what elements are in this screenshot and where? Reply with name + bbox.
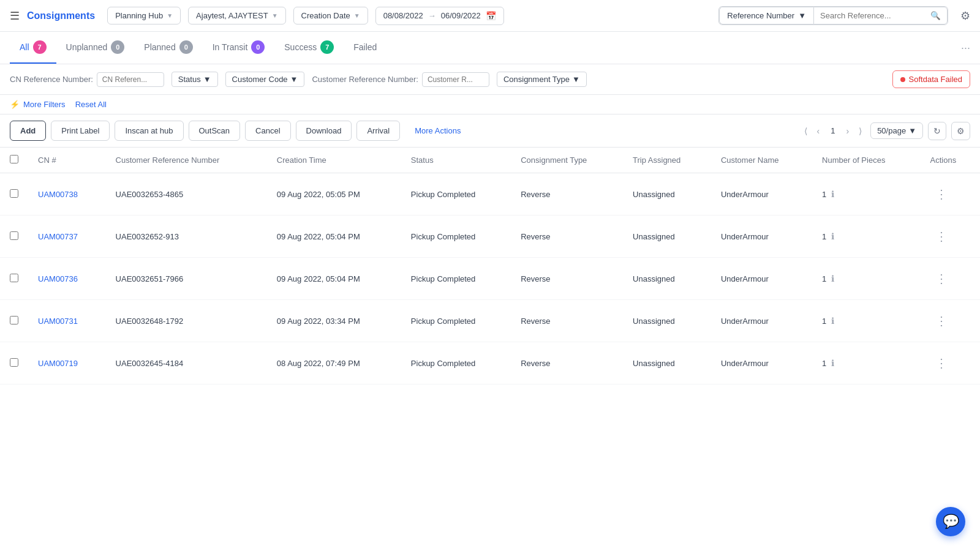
date-from: 08/08/2022 xyxy=(383,11,423,20)
reference-number-dropdown[interactable]: Reference Number ▼ xyxy=(719,7,813,24)
row-cn-num: UAM00719 xyxy=(28,342,106,384)
planning-hub-label: Planning Hub xyxy=(115,11,163,20)
search-button[interactable]: 🔍 xyxy=(924,7,947,24)
row-creation-time: 08 Aug 2022, 07:49 PM xyxy=(267,342,401,384)
cn-link[interactable]: UAM00737 xyxy=(38,232,78,241)
creation-date-label: Creation Date xyxy=(301,11,350,20)
print-label-text: Print Label xyxy=(61,126,99,135)
row-actions-menu-button[interactable]: ⋮ xyxy=(930,354,952,372)
user-chevron: ▼ xyxy=(272,12,278,19)
user-label: Ajaytest, AJAYTEST xyxy=(196,11,268,20)
row-actions-menu-button[interactable]: ⋮ xyxy=(930,312,952,329)
row-trip-assigned: Unassigned xyxy=(623,216,711,258)
last-page-button[interactable]: ⟩ xyxy=(855,124,865,138)
row-customer-name: UnderArmour xyxy=(711,216,812,258)
user-dropdown[interactable]: Ajaytest, AJAYTEST ▼ xyxy=(188,7,285,24)
tab-failed[interactable]: Failed xyxy=(344,34,386,62)
print-label-button[interactable]: Print Label xyxy=(51,121,110,141)
row-actions-menu-button[interactable]: ⋮ xyxy=(930,270,952,287)
row-checkbox[interactable] xyxy=(10,316,18,324)
cn-link[interactable]: UAM00731 xyxy=(38,317,78,326)
status-filter-label: Status xyxy=(178,75,201,84)
pieces-info-icon[interactable]: ℹ xyxy=(831,358,834,368)
cn-reference-label: CN Reference Number: xyxy=(10,75,93,84)
row-checkbox[interactable] xyxy=(10,274,18,282)
table-container: CN # Customer Reference Number Creation … xyxy=(0,148,980,384)
planning-hub-dropdown[interactable]: Planning Hub ▼ xyxy=(107,7,181,24)
pieces-info-icon[interactable]: ℹ xyxy=(831,189,834,199)
refresh-button[interactable]: ↻ xyxy=(928,122,946,140)
row-checkbox-cell[interactable] xyxy=(0,300,28,342)
consignment-type-filter-btn[interactable]: Consignment Type ▼ xyxy=(497,72,587,87)
cn-link[interactable]: UAM00719 xyxy=(38,359,78,368)
cancel-button[interactable]: Cancel xyxy=(245,121,290,141)
outscan-button[interactable]: OutScan xyxy=(189,121,241,141)
row-status: Pickup Completed xyxy=(401,173,511,216)
row-consignment-type: Reverse xyxy=(511,300,623,342)
add-label: Add xyxy=(20,126,36,135)
arrival-button[interactable]: Arrival xyxy=(356,121,400,141)
row-cn-num: UAM00736 xyxy=(28,258,106,300)
customer-reference-input[interactable] xyxy=(422,72,489,87)
row-trip-assigned: Unassigned xyxy=(623,173,711,216)
header-settings-icon[interactable]: ⚙ xyxy=(960,9,970,23)
row-cn-num: UAM00737 xyxy=(28,216,106,258)
col-settings-icon: ⚙ xyxy=(957,126,965,136)
select-all-header[interactable] xyxy=(0,148,28,173)
pagination-controls: ⟨ ‹ 1 › ⟩ xyxy=(801,124,866,138)
more-actions-button[interactable]: More Actions xyxy=(405,121,470,140)
col-header-creation-time: Creation Time xyxy=(267,148,401,173)
row-checkbox-cell[interactable] xyxy=(0,258,28,300)
col-header-customer-name: Customer Name xyxy=(711,148,812,173)
row-checkbox-cell[interactable] xyxy=(0,342,28,384)
pieces-info-icon[interactable]: ℹ xyxy=(831,231,834,241)
next-page-button[interactable]: › xyxy=(842,124,853,138)
pieces-info-icon[interactable]: ℹ xyxy=(831,316,834,326)
tab-unplanned[interactable]: Unplanned 0 xyxy=(56,32,135,64)
cn-link[interactable]: UAM00736 xyxy=(38,274,78,283)
tab-success[interactable]: Success 7 xyxy=(274,32,344,64)
tab-unplanned-badge: 0 xyxy=(111,40,124,54)
table-header-row: CN # Customer Reference Number Creation … xyxy=(0,148,980,173)
cn-reference-input[interactable] xyxy=(97,72,164,87)
status-filter-btn[interactable]: Status ▼ xyxy=(172,72,218,87)
row-customer-name: UnderArmour xyxy=(711,173,812,216)
inscan-button[interactable]: Inscan at hub xyxy=(115,121,183,141)
row-checkbox-cell[interactable] xyxy=(0,216,28,258)
column-settings-button[interactable]: ⚙ xyxy=(951,122,970,140)
hamburger-icon[interactable]: ☰ xyxy=(10,9,20,23)
tab-in-transit[interactable]: In Transit 0 xyxy=(203,32,275,64)
more-filters-button[interactable]: ⚡ More Filters xyxy=(10,100,66,109)
tab-all[interactable]: All 7 xyxy=(10,32,56,64)
pieces-info-icon[interactable]: ℹ xyxy=(831,274,834,283)
per-page-select[interactable]: 50/page ▼ xyxy=(870,122,923,139)
col-header-trip-assigned: Trip Assigned xyxy=(623,148,711,173)
customer-code-filter-btn[interactable]: Customer Code ▼ xyxy=(225,72,305,87)
row-checkbox[interactable] xyxy=(10,189,18,198)
first-page-button[interactable]: ⟨ xyxy=(801,124,811,138)
row-creation-time: 09 Aug 2022, 05:05 PM xyxy=(267,173,401,216)
reset-all-button[interactable]: Reset All xyxy=(75,100,107,109)
search-input[interactable] xyxy=(814,7,924,24)
filter-icon: ⚡ xyxy=(10,100,20,109)
row-actions-menu-button[interactable]: ⋮ xyxy=(930,228,952,245)
row-checkbox-cell[interactable] xyxy=(0,173,28,216)
softdata-failed-button[interactable]: Softdata Failed xyxy=(892,70,970,88)
download-button[interactable]: Download xyxy=(296,121,352,141)
row-actions-menu-button[interactable]: ⋮ xyxy=(930,186,952,203)
tabs-more-icon[interactable]: ··· xyxy=(961,33,970,63)
consignment-type-label: Consignment Type xyxy=(503,75,570,84)
cn-link[interactable]: UAM00738 xyxy=(38,190,78,199)
col-header-customer-ref: Customer Reference Number xyxy=(106,148,267,173)
row-customer-ref: UAE0032648-1792 xyxy=(106,300,267,342)
row-num-pieces: 1 ℹ xyxy=(812,173,921,216)
creation-date-dropdown[interactable]: Creation Date ▼ xyxy=(293,7,368,24)
tab-planned[interactable]: Planned 0 xyxy=(134,32,202,64)
date-range-picker[interactable]: 08/08/2022 → 06/09/2022 📅 xyxy=(375,7,504,25)
row-checkbox[interactable] xyxy=(10,358,18,367)
prev-page-button[interactable]: ‹ xyxy=(813,124,824,138)
row-checkbox[interactable] xyxy=(10,231,18,240)
select-all-checkbox[interactable] xyxy=(10,155,18,163)
reference-number-label: Reference Number xyxy=(727,11,794,20)
add-button[interactable]: Add xyxy=(10,121,46,141)
